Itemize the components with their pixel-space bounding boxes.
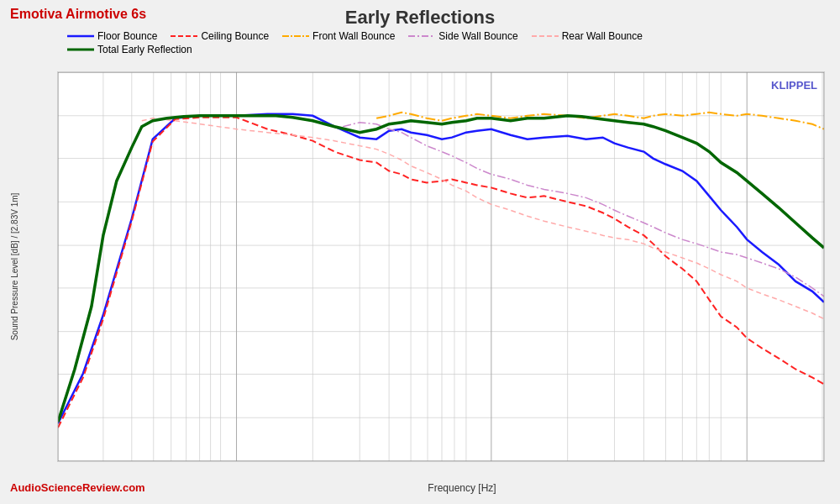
legend-item-total: Total Early Reflection (67, 44, 192, 55)
legend-total-icon (67, 45, 94, 54)
main-chart-svg: 100 95 90 85 80 75 70 65 60 10 2 10 3 10… (58, 72, 824, 461)
legend-total-label: Total Early Reflection (97, 44, 192, 55)
legend: Floor Bounce Ceiling Bounce Front Wall B… (0, 29, 840, 57)
legend-side-label: Side Wall Bounce (438, 30, 517, 42)
legend-ceiling-label: Ceiling Bounce (201, 30, 269, 42)
legend-rear-label: Rear Wall Bounce (562, 30, 643, 42)
y-axis-label-wrapper: Sound Pressure Level [dB] / [2.83V 1m] (7, 71, 24, 462)
legend-item-ceiling: Ceiling Bounce (171, 30, 269, 42)
legend-floor-icon (67, 32, 94, 40)
klippel-label: KLIPPEL (771, 79, 817, 92)
x-axis-label: Frequency [Hz] (428, 482, 496, 494)
watermark-label: AudioScienceReview.com (10, 481, 145, 494)
legend-ceiling-icon (171, 32, 197, 40)
legend-rear-icon (532, 32, 559, 40)
front-wall-bounce-line (376, 113, 824, 129)
side-wall-bounce-line (343, 123, 824, 297)
plot-area: KLIPPEL (57, 71, 825, 462)
chart-container: Emotiva Airmotive 6s Early Reflections F… (0, 0, 840, 504)
legend-floor-label: Floor Bounce (97, 30, 157, 42)
legend-item-front: Front Wall Bounce (282, 30, 395, 42)
rear-wall-bounce-line (142, 118, 824, 319)
legend-front-icon (282, 32, 309, 40)
legend-front-label: Front Wall Bounce (312, 30, 395, 42)
legend-item-rear: Rear Wall Bounce (532, 30, 643, 42)
legend-item-side: Side Wall Bounce (408, 30, 517, 42)
legend-side-icon (408, 32, 435, 40)
y-axis-label: Sound Pressure Level [dB] / [2.83V 1m] (11, 193, 20, 341)
legend-item-floor: Floor Bounce (67, 30, 157, 42)
brand-title: Emotiva Airmotive 6s (10, 7, 146, 22)
